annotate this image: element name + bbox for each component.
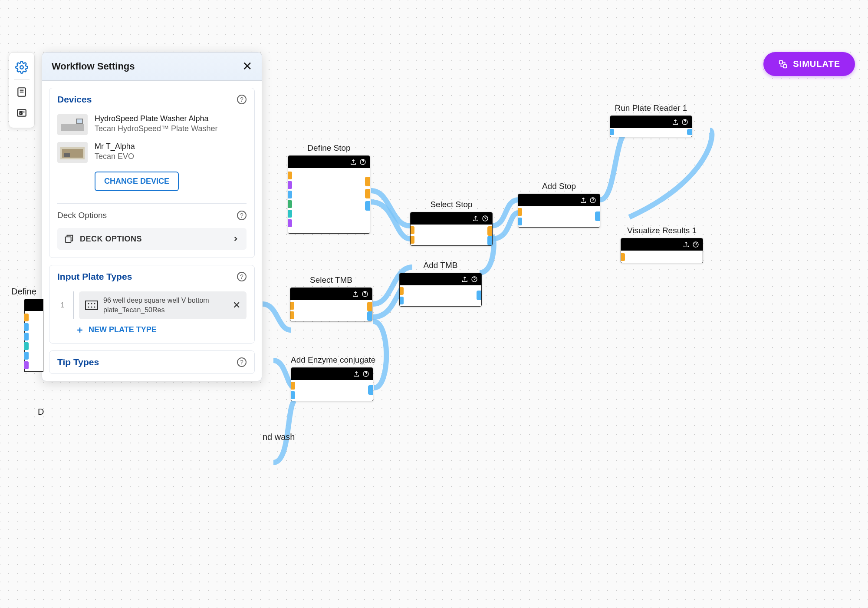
device-row: HydroSpeed Plate Washer Alpha Tecan Hydr…: [49, 111, 254, 139]
devices-title: Devices: [57, 94, 92, 105]
node-title: Add Enzyme conjugate: [291, 355, 375, 365]
svg-point-18: [91, 303, 92, 304]
plate-text: 96 well deep square well V bottom plate_…: [103, 296, 227, 314]
node-define-stop[interactable]: Define Stop: [288, 143, 370, 234]
deck-options-label: Deck Options ?: [49, 209, 254, 225]
help-icon[interactable]: [471, 276, 478, 283]
device-row: Mr T_Alpha Tecan EVO: [49, 139, 254, 166]
help-icon[interactable]: [589, 197, 596, 204]
plate-row: 1 96 well deep square well V bottom plat…: [57, 291, 247, 319]
panel-header: Workflow Settings ✕: [42, 53, 262, 81]
device-sub: Tecan HydroSpeed™ Plate Washer: [95, 124, 247, 133]
node-header: [621, 238, 703, 251]
remove-plate-icon[interactable]: ✕: [233, 300, 240, 311]
new-plate-button[interactable]: NEW PLATE TYPE: [76, 325, 247, 334]
divider: [57, 203, 247, 204]
node-select-stop[interactable]: Select Stop: [410, 200, 493, 246]
export-icon[interactable]: [672, 119, 679, 126]
plate-chip[interactable]: 96 well deep square well V bottom plate_…: [79, 291, 247, 319]
truncated-define-label: Define: [11, 287, 36, 297]
help-icon[interactable]: [359, 159, 366, 165]
svg-rect-14: [64, 153, 70, 157]
node-header: [288, 156, 370, 168]
svg-point-22: [94, 307, 95, 308]
node-header: [518, 194, 600, 206]
node-add-tmb[interactable]: Add TMB: [399, 261, 482, 307]
node-title: Select Stop: [410, 200, 493, 209]
help-icon[interactable]: [362, 291, 368, 297]
node-header: [610, 116, 692, 128]
node-title: Visualize Results 1: [621, 226, 703, 235]
deck-button-label: DECK OPTIONS: [80, 235, 226, 244]
help-icon[interactable]: ?: [237, 95, 247, 104]
device-image: [57, 114, 88, 135]
export-icon[interactable]: [353, 370, 360, 377]
truncated-wash-label: nd wash: [263, 432, 295, 442]
chevron-right-icon: [232, 235, 240, 243]
notes-icon[interactable]: [14, 84, 30, 100]
export-icon[interactable]: [350, 159, 357, 165]
plate-types-section: Input Plate Types ? 1 96 well deep squar…: [49, 265, 255, 344]
toolbar-divider: [14, 79, 30, 80]
device-name: Mr T_Alpha: [95, 142, 247, 151]
template-icon[interactable]: S: [14, 105, 30, 121]
workflow-settings-panel: Workflow Settings ✕ Devices ? HydroSpeed…: [42, 52, 262, 381]
node-add-enzyme[interactable]: Add Enzyme conjugate: [291, 355, 375, 401]
export-icon[interactable]: [472, 215, 479, 222]
svg-point-20: [88, 307, 89, 308]
deck-options-button[interactable]: DECK OPTIONS: [57, 228, 247, 250]
truncated-d-label: D: [38, 407, 44, 417]
node-select-tmb[interactable]: Select TMB: [290, 275, 372, 321]
node-title: Add TMB: [399, 261, 482, 270]
tip-types-section: Tip Types ?: [49, 350, 255, 374]
node-add-stop[interactable]: Add Stop: [518, 182, 600, 228]
change-device-button[interactable]: CHANGE DEVICE: [95, 172, 179, 191]
help-icon[interactable]: [362, 370, 369, 377]
device-name: HydroSpeed Plate Washer Alpha: [95, 114, 247, 123]
node-visualize[interactable]: Visualize Results 1: [621, 226, 703, 263]
simulate-button[interactable]: SIMULATE: [763, 52, 855, 76]
help-icon[interactable]: [692, 241, 699, 248]
plates-title: Input Plate Types: [57, 271, 132, 282]
truncated-node[interactable]: [24, 299, 43, 372]
divider: [73, 291, 74, 319]
help-icon[interactable]: ?: [237, 357, 247, 367]
export-icon[interactable]: [461, 276, 468, 283]
node-header: [290, 288, 372, 300]
settings-icon[interactable]: [14, 59, 30, 75]
svg-text:S: S: [20, 110, 23, 116]
node-header: [400, 273, 481, 285]
node-run-reader[interactable]: Run Plate Reader 1: [610, 103, 692, 137]
svg-point-0: [20, 66, 23, 69]
devices-section: Devices ? HydroSpeed Plate Washer Alpha …: [49, 88, 255, 258]
plus-icon: [76, 326, 84, 334]
close-icon[interactable]: ✕: [242, 60, 252, 73]
node-title: Run Plate Reader 1: [610, 103, 692, 113]
help-icon[interactable]: [482, 215, 489, 222]
tips-title: Tip Types: [57, 357, 99, 367]
export-icon[interactable]: [580, 197, 587, 204]
simulate-label: SIMULATE: [793, 59, 840, 69]
svg-rect-8: [783, 64, 786, 67]
svg-rect-7: [779, 60, 783, 63]
node-title: Define Stop: [288, 143, 370, 153]
help-icon[interactable]: [681, 119, 688, 126]
help-icon[interactable]: ?: [237, 211, 247, 220]
export-icon[interactable]: [683, 241, 690, 248]
node-title: Select TMB: [290, 275, 372, 285]
svg-rect-15: [66, 237, 71, 242]
node-header: [291, 368, 373, 380]
tips-header[interactable]: Tip Types ?: [49, 351, 254, 373]
svg-rect-16: [85, 301, 98, 310]
export-icon[interactable]: [352, 291, 359, 297]
node-header: [411, 212, 492, 225]
svg-point-21: [91, 307, 92, 308]
help-icon[interactable]: ?: [237, 272, 247, 281]
device-image: [57, 142, 88, 163]
simulate-icon: [778, 59, 788, 69]
panel-title: Workflow Settings: [52, 61, 135, 72]
plates-header[interactable]: Input Plate Types ?: [49, 265, 254, 288]
devices-header[interactable]: Devices ?: [49, 88, 254, 111]
plate-index: 1: [57, 301, 68, 309]
svg-point-17: [88, 303, 89, 304]
